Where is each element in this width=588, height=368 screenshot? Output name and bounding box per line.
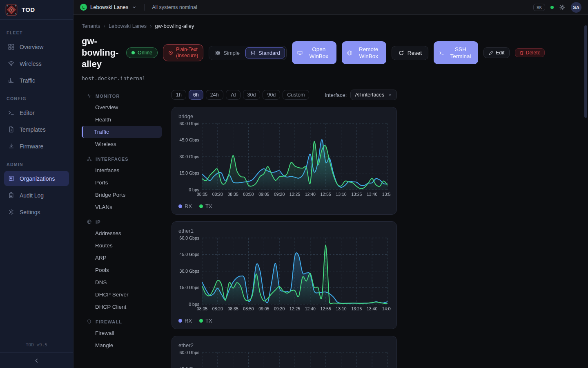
view-standard-button[interactable]: Standard <box>245 47 285 58</box>
user-avatar[interactable]: SA <box>571 2 581 13</box>
sidebar-item-audit-log[interactable]: Audit Log <box>4 188 69 203</box>
svg-text:08:35: 08:35 <box>228 306 238 311</box>
chart-title: ether1 <box>178 228 390 234</box>
sidebar-item-settings[interactable]: Settings <box>4 204 69 220</box>
subnav-item-vlans[interactable]: VLANs <box>82 201 162 213</box>
main-content: Tenants › Lebowski Lanes › gw-bowling-al… <box>74 15 588 368</box>
sidebar-collapse-button[interactable] <box>33 357 40 364</box>
delete-button[interactable]: Delete <box>515 48 545 57</box>
ssh-terminal-button[interactable]: SSH Terminal <box>434 41 478 64</box>
subnav-item-addresses[interactable]: Addresses <box>82 227 162 239</box>
range-pill-1h[interactable]: 1h <box>172 90 186 100</box>
legend-dot-icon <box>178 204 182 208</box>
subnav-item-mangle[interactable]: Mangle <box>82 339 162 351</box>
sidebar-item-label: Overview <box>20 44 43 50</box>
brand-name: TOD <box>22 6 35 13</box>
sidebar-item-traffic[interactable]: Traffic <box>4 73 69 88</box>
svg-text:13:10: 13:10 <box>336 306 346 311</box>
globe-icon <box>347 50 353 56</box>
tenant-name: Lebowski Lanes <box>90 4 128 10</box>
sidebar-item-overview[interactable]: Overview <box>4 39 69 54</box>
chart-title: ether2 <box>178 342 390 348</box>
subnav-section-interfaces: INTERFACES <box>82 156 162 162</box>
sidebar-item-label: Settings <box>20 209 40 215</box>
svg-text:13:25: 13:25 <box>351 192 362 197</box>
sidebar-item-templates[interactable]: Templates <box>4 122 69 137</box>
range-pill-30d[interactable]: 30d <box>243 90 261 100</box>
sidebar-item-organizations[interactable]: Organizations <box>4 171 69 186</box>
sidebar-section-admin: ADMIN <box>7 162 67 167</box>
reset-button[interactable]: Reset <box>392 46 428 60</box>
svg-text:13:10: 13:10 <box>336 192 346 197</box>
sidebar-item-wireless[interactable]: Wireless <box>4 56 69 71</box>
subnav-item-overview[interactable]: Overview <box>82 101 162 113</box>
network-icon <box>87 156 92 162</box>
svg-text:12:55: 12:55 <box>321 192 331 197</box>
svg-text:08:05: 08:05 <box>197 192 207 197</box>
device-header: gw-bowling-alley Online Plain-Text (Inse… <box>82 36 588 70</box>
scrollbar-thumb[interactable] <box>584 25 587 118</box>
subnav-item-interfaces[interactable]: Interfaces <box>82 164 162 176</box>
status-badge-online: Online <box>126 47 158 58</box>
chevron-right-icon: › <box>150 23 151 29</box>
chart-plot-ether1: 08:0508:2008:3508:5009:0509:2012:2512:40… <box>178 235 391 315</box>
range-pill-24h[interactable]: 24h <box>206 90 223 100</box>
svg-text:15.0 Gbps: 15.0 Gbps <box>180 171 199 175</box>
range-pill-7d[interactable]: 7d <box>226 90 241 100</box>
breadcrumb-tenants[interactable]: Tenants <box>82 23 100 29</box>
subnav-item-health[interactable]: Health <box>82 114 162 126</box>
subnav-item-routes[interactable]: Routes <box>82 240 162 251</box>
sidebar-item-editor[interactable]: Editor <box>4 105 69 120</box>
building-icon <box>8 175 15 182</box>
interface-label: Interface: <box>325 92 347 98</box>
subnav-item-dns[interactable]: DNS <box>82 276 162 288</box>
subnav-item-ports[interactable]: Ports <box>82 177 162 188</box>
activity-icon <box>87 93 92 99</box>
command-palette-shortcut[interactable]: ⌘K <box>533 4 545 11</box>
svg-text:12:40: 12:40 <box>305 192 316 197</box>
legend-dot-icon <box>199 319 203 323</box>
globe-icon <box>87 219 92 224</box>
range-pill-custom[interactable]: Custom <box>283 90 309 100</box>
view-simple-button[interactable]: Simple <box>210 47 245 58</box>
subnav-item-dhcp-client[interactable]: DHCP Client <box>82 301 162 313</box>
sidebar-item-label: Templates <box>20 126 46 133</box>
subnav-item-bridge-ports[interactable]: Bridge Ports <box>82 189 162 201</box>
subnav-section-ip: IP <box>82 219 162 224</box>
time-range-pills: 1h6h24h7d30d90dCustom <box>172 90 309 100</box>
svg-text:13:40: 13:40 <box>367 192 377 197</box>
chart-card-ether1: ether108:0508:2008:3508:5009:0509:2012:2… <box>172 221 397 329</box>
svg-text:60.0 Gbps: 60.0 Gbps <box>180 121 199 126</box>
svg-text:12:25: 12:25 <box>290 306 300 311</box>
chevron-down-icon <box>388 92 392 97</box>
interface-select[interactable]: All interfaces <box>350 90 397 100</box>
svg-text:45.0 Gbps: 45.0 Gbps <box>180 137 199 142</box>
refresh-icon <box>398 50 404 56</box>
range-pill-90d[interactable]: 90d <box>263 90 280 100</box>
subnav-item-arp[interactable]: ARP <box>82 252 162 264</box>
svg-text:13:40: 13:40 <box>367 306 377 311</box>
subnav-item-dhcp-server[interactable]: DHCP Server <box>82 289 162 301</box>
chart-card-bridge: bridge08:0508:2008:3508:5009:0509:2012:2… <box>172 107 397 215</box>
breadcrumb-tenant[interactable]: Lebowski Lanes <box>109 23 147 29</box>
chart-title: bridge <box>178 113 390 119</box>
subnav-item-traffic[interactable]: Traffic <box>82 126 162 138</box>
chart-card-ether2: ether208:0508:2008:3508:5009:0509:2012:2… <box>172 336 397 368</box>
legend-item-tx: TX <box>199 203 212 209</box>
svg-text:08:50: 08:50 <box>243 306 254 311</box>
range-pill-6h[interactable]: 6h <box>189 90 203 100</box>
subnav-item-wireless[interactable]: Wireless <box>82 138 162 150</box>
tenant-switcher[interactable]: L Lebowski Lanes <box>80 4 137 11</box>
theme-toggle-button[interactable] <box>559 4 566 11</box>
trash-icon <box>519 50 524 56</box>
edit-button[interactable]: Edit <box>483 47 510 58</box>
subnav-item-firewall[interactable]: Firewall <box>82 327 162 339</box>
chevron-down-icon <box>131 4 137 10</box>
legend-dot-icon <box>178 319 182 323</box>
remote-winbox-button[interactable]: Remote WinBox <box>342 41 386 64</box>
sidebar-item-firmware[interactable]: Firmware <box>4 139 69 154</box>
open-winbox-button[interactable]: Open WinBox <box>292 41 336 64</box>
svg-text:45.0 Gbps: 45.0 Gbps <box>180 252 199 257</box>
shield-icon <box>87 319 92 324</box>
subnav-item-pools[interactable]: Pools <box>82 264 162 276</box>
